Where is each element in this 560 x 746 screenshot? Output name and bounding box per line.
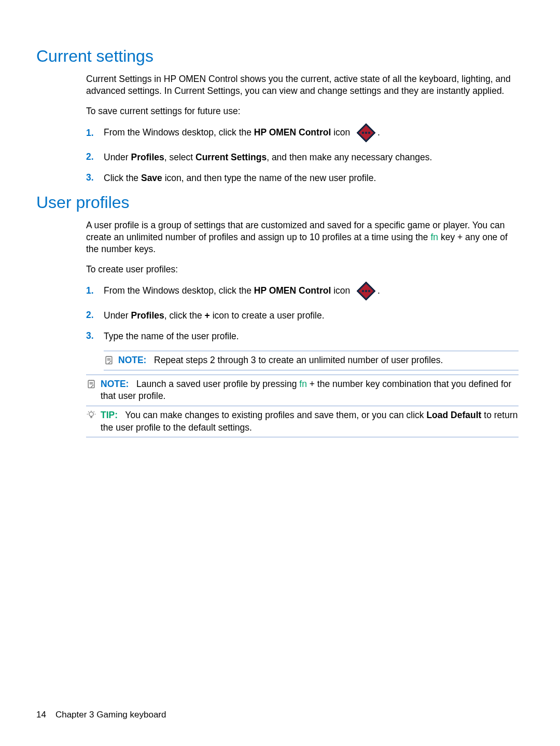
- text: icon to create a user profile.: [210, 310, 325, 321]
- text-bold: Profiles: [131, 310, 164, 321]
- page-number: 14: [36, 710, 46, 720]
- list-item: 1. From the Windows desktop, click the H…: [86, 122, 519, 143]
- text: , select: [164, 152, 195, 162]
- fn-key-text: fn: [430, 232, 438, 242]
- text-bold: Save: [141, 173, 162, 183]
- paragraph: To create user profiles:: [86, 264, 519, 275]
- chapter-label: Chapter 3 Gaming keyboard: [55, 710, 166, 720]
- text: , click the: [164, 310, 205, 321]
- note-text: NOTE: Launch a saved user profile by pre…: [101, 378, 519, 403]
- lightbulb-icon: [86, 409, 97, 420]
- text: You can make changes to existing profile…: [125, 410, 426, 420]
- list-item: 3. Type the name of the user profile.: [86, 330, 519, 343]
- svg-point-8: [365, 290, 367, 292]
- list-content: Under Profiles, click the + icon to crea…: [104, 310, 519, 322]
- text: .: [377, 127, 380, 137]
- text: Repeat steps 2 through 3 to create an un…: [154, 355, 443, 365]
- svg-point-4: [368, 132, 370, 134]
- hp-omen-control-icon: [356, 281, 376, 301]
- text: Click the: [104, 173, 141, 183]
- list-item: 2. Under Profiles, select Current Settin…: [86, 151, 519, 164]
- list-number: 3.: [86, 330, 104, 341]
- ordered-list: 1. From the Windows desktop, click the H…: [86, 122, 519, 184]
- text: , and then make any necessary changes.: [267, 152, 432, 162]
- heading-user-profiles: User profiles: [36, 193, 524, 212]
- text: icon: [331, 285, 353, 296]
- section-current-body: Current Settings in HP OMEN Control show…: [86, 73, 519, 185]
- note-callout: NOTE: Launch a saved user profile by pre…: [86, 375, 519, 406]
- text: Under: [104, 310, 131, 321]
- heading-current-settings: Current settings: [36, 47, 524, 66]
- note-icon: [86, 378, 97, 389]
- text: icon: [331, 127, 353, 137]
- list-item: 2. Under Profiles, click the + icon to c…: [86, 310, 519, 322]
- text-bold: Load Default: [426, 410, 481, 420]
- note-text: NOTE: Repeat steps 2 through 3 to create…: [118, 354, 519, 367]
- list-content: Under Profiles, select Current Settings,…: [104, 151, 519, 164]
- paragraph: Current Settings in HP OMEN Control show…: [86, 73, 519, 97]
- tip-label: TIP:: [101, 410, 118, 420]
- list-content: Type the name of the user profile.: [104, 330, 519, 343]
- text-bold: +: [205, 310, 210, 321]
- svg-point-2: [362, 132, 364, 134]
- hp-omen-control-icon: [356, 122, 376, 143]
- page: Current settings Current Settings in HP …: [0, 0, 560, 746]
- text: From the Windows desktop, click the: [104, 127, 254, 137]
- section-profiles-body: A user profile is a group of settings th…: [86, 219, 519, 438]
- list-item: 1. From the Windows desktop, click the H…: [86, 281, 519, 301]
- list-number: 3.: [86, 172, 104, 183]
- paragraph: To save current settings for future use:: [86, 105, 519, 117]
- ordered-list: 1. From the Windows desktop, click the H…: [86, 281, 519, 370]
- svg-point-9: [368, 290, 370, 292]
- list-content: From the Windows desktop, click the HP O…: [104, 281, 519, 301]
- note-label: NOTE:: [118, 355, 146, 365]
- text: Under: [104, 152, 131, 162]
- paragraph: A user profile is a group of settings th…: [86, 219, 519, 255]
- text-bold: HP OMEN Control: [254, 127, 331, 137]
- text: icon, and then type the name of the new …: [162, 173, 376, 183]
- text-bold: Profiles: [131, 152, 164, 162]
- list-number: 2.: [86, 151, 104, 162]
- text: From the Windows desktop, click the: [104, 285, 254, 296]
- text-bold: HP OMEN Control: [254, 285, 331, 296]
- svg-point-7: [362, 290, 364, 292]
- note-callout: NOTE: Repeat steps 2 through 3 to create…: [104, 351, 519, 370]
- list-item: 3. Click the Save icon, and then type th…: [86, 172, 519, 185]
- list-number: 1.: [86, 285, 104, 296]
- text: Type the name of the user profile.: [104, 331, 239, 341]
- svg-point-12: [89, 412, 93, 416]
- text: .: [377, 285, 380, 296]
- tip-text: TIP: You can make changes to existing pr…: [101, 409, 519, 434]
- list-content: From the Windows desktop, click the HP O…: [104, 122, 519, 143]
- text-bold: Current Settings: [195, 152, 267, 162]
- list-number: 1.: [86, 128, 104, 139]
- svg-point-3: [365, 132, 367, 134]
- page-footer: 14Chapter 3 Gaming keyboard: [36, 710, 166, 720]
- note-icon: [104, 354, 115, 365]
- list-content: Click the Save icon, and then type the n…: [104, 172, 519, 185]
- text: Launch a saved user profile by pressing: [136, 379, 299, 389]
- list-number: 2.: [86, 310, 104, 321]
- note-label: NOTE:: [101, 379, 129, 389]
- fn-key-text: fn: [299, 379, 307, 389]
- tip-callout: TIP: You can make changes to existing pr…: [86, 406, 519, 437]
